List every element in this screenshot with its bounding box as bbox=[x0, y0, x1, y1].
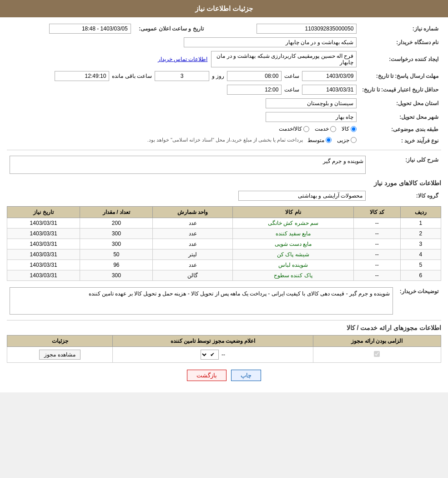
cell-row: 4 bbox=[400, 249, 441, 260]
category-radio-kala[interactable] bbox=[351, 126, 357, 132]
table-row: 6--پاک کننده سطوحگالن3001403/03/31 bbox=[7, 270, 441, 281]
product-group-table: گروه کالا: محصولات آرایشی و بهداشتی bbox=[7, 189, 441, 203]
col-name: نام کالا bbox=[232, 207, 353, 218]
buyer-org-field: شبکه بهداشت و در مان چابهار bbox=[184, 37, 357, 47]
category-option-khedmat[interactable]: خدمت bbox=[315, 126, 336, 132]
cell-unit: عدد bbox=[153, 229, 232, 239]
category-label: طبقه بندی موضوعی: bbox=[359, 124, 441, 135]
need-number-row: شماره نیاز: 1103092835000050 تاریخ و ساع… bbox=[7, 22, 441, 36]
permit-status-cell: -- ✔ bbox=[113, 347, 313, 363]
permit-col-status: اعلام وضعیت مجوز توسط تامین کننده bbox=[113, 336, 313, 347]
cell-name: شیشه پاک کن bbox=[232, 249, 353, 260]
buyer-org-value: شبکه بهداشت و در مان چابهار bbox=[7, 36, 359, 49]
process-options: جزیی متوسط پرداخت تمام یا بخشی از مبلغ خ… bbox=[7, 135, 359, 147]
cell-row: 5 bbox=[400, 260, 441, 270]
permit-status-select[interactable]: ✔ bbox=[201, 350, 219, 360]
city-label: شهر محل تحویل: bbox=[359, 110, 441, 124]
col-row: ردیف bbox=[400, 207, 441, 218]
cell-row: 6 bbox=[400, 270, 441, 281]
table-row: 4--شیشه پاک کنلیتر501403/03/31 bbox=[7, 249, 441, 260]
category-radio-khedmat[interactable] bbox=[330, 126, 336, 132]
send-deadline-days-field: 3 bbox=[155, 71, 209, 81]
price-deadline-label: حداقل تاریخ اعتبار قیمت: تا تاریخ: bbox=[359, 83, 441, 97]
send-deadline-label: مهلت ارسال پاسخ: تا تاریخ: bbox=[359, 69, 441, 83]
back-button[interactable]: بازگشت bbox=[187, 370, 227, 381]
cell-unit: گالن bbox=[153, 270, 232, 281]
city-value: چاه بهار bbox=[7, 110, 359, 124]
main-content: شماره نیاز: 1103092835000050 تاریخ و ساع… bbox=[0, 17, 448, 392]
permit-details-cell: مشاهده مجوز bbox=[7, 347, 113, 363]
city-field: چاه بهار bbox=[266, 112, 357, 122]
page-title: جزئیات اطلاعات نیاز bbox=[195, 5, 253, 12]
process-radio-jozi[interactable] bbox=[351, 137, 357, 143]
process-row: نوع فرآیند خرید : جزیی متوسط پرداخت تمام… bbox=[7, 135, 441, 147]
items-table: ردیف کد کالا نام کالا واحد شمارش تعداد /… bbox=[7, 206, 441, 281]
items-section-title: اطلاعات کالاهای مورد نیاز bbox=[7, 179, 441, 187]
col-unit: واحد شمارش bbox=[153, 207, 232, 218]
price-deadline-row: حداقل تاریخ اعتبار قیمت: تا تاریخ: 1403/… bbox=[7, 83, 441, 97]
items-table-head: ردیف کد کالا نام کالا واحد شمارش تعداد /… bbox=[7, 207, 441, 218]
cell-name: پاک کننده سطوح bbox=[232, 270, 353, 281]
need-number-field: 1103092835000050 bbox=[257, 24, 357, 34]
process-option-motavasset[interactable]: متوسط bbox=[307, 137, 332, 143]
items-table-header-row: ردیف کد کالا نام کالا واحد شمارش تعداد /… bbox=[7, 207, 441, 218]
province-row: استان محل تحویل: سیستان و بلوچستان bbox=[7, 97, 441, 110]
province-field: سیستان و بلوچستان bbox=[266, 98, 357, 108]
col-code: کد کالا bbox=[354, 207, 401, 218]
category-radio-both[interactable] bbox=[303, 126, 309, 132]
table-row: 2--مایع سفید کنندهعدد3001403/03/31 bbox=[7, 229, 441, 239]
process-radio-motavasset[interactable] bbox=[326, 137, 332, 143]
items-table-body: 1--سم حشره کش خانگیعدد2001403/03/312--ما… bbox=[7, 218, 441, 281]
cell-qty: 300 bbox=[80, 239, 153, 249]
permit-row: -- ✔ مشاهده مجوز bbox=[7, 347, 441, 363]
print-button[interactable]: چاپ bbox=[231, 370, 261, 381]
divider-2 bbox=[7, 320, 441, 320]
cell-code: -- bbox=[354, 249, 401, 260]
permit-status-value: -- bbox=[221, 351, 225, 358]
cell-code: -- bbox=[354, 239, 401, 249]
table-row: 3--مایع دست شوییعدد3001403/03/31 bbox=[7, 239, 441, 249]
permit-required-cell bbox=[313, 347, 441, 363]
category-option-both[interactable]: کالا/خدمت bbox=[279, 126, 309, 132]
province-label: استان محل تحویل: bbox=[359, 97, 441, 110]
cell-qty: 200 bbox=[80, 218, 153, 229]
permit-col-details: جزئیات bbox=[7, 336, 113, 347]
announce-date-label: تاریخ و ساعت اعلان عمومی: bbox=[134, 22, 206, 36]
product-group-row: گروه کالا: محصولات آرایشی و بهداشتی bbox=[7, 189, 441, 203]
cell-code: -- bbox=[354, 270, 401, 281]
price-deadline-date-field: 1403/03/31 bbox=[302, 85, 357, 95]
page-wrapper: جزئیات اطلاعات نیاز شماره نیاز: 11030928… bbox=[0, 0, 448, 392]
buyer-desc-table: توضیحات خریدار: شوینده و جرم گیر - قیمت … bbox=[7, 285, 441, 316]
process-label: نوع فرآیند خرید : bbox=[359, 135, 441, 147]
cell-qty: 50 bbox=[80, 249, 153, 260]
cell-date: 1403/03/31 bbox=[7, 229, 80, 239]
view-permit-button[interactable]: مشاهده مجوز bbox=[39, 350, 80, 360]
category-options: کالا خدمت کالا/خدمت bbox=[7, 124, 359, 135]
cell-name: مایع دست شویی bbox=[232, 239, 353, 249]
send-deadline-date-field: 1403/03/09 bbox=[302, 71, 357, 81]
cell-code: -- bbox=[354, 218, 401, 229]
cell-row: 2 bbox=[400, 229, 441, 239]
time-label: ساعت bbox=[284, 73, 299, 79]
price-deadline-time-field: 12:00 bbox=[227, 85, 282, 95]
buyer-org-label: نام دستگاه خریدار: bbox=[359, 36, 441, 49]
send-deadline-row: مهلت ارسال پاسخ: تا تاریخ: 1403/03/09 سا… bbox=[7, 69, 441, 83]
cell-date: 1403/03/31 bbox=[7, 239, 80, 249]
process-option-jozi[interactable]: جزیی bbox=[337, 137, 357, 143]
category-radio-group: کالا خدمت کالا/خدمت bbox=[279, 126, 357, 132]
need-desc-table: شرح کلی نیاز: شوینده و جرم گیر bbox=[7, 154, 441, 176]
cell-name: سم حشره کش خانگی bbox=[232, 218, 353, 229]
page-header: جزئیات اطلاعات نیاز bbox=[0, 0, 448, 17]
buyer-org-row: نام دستگاه خریدار: شبکه بهداشت و در مان … bbox=[7, 36, 441, 49]
process-radio-group: جزیی متوسط bbox=[307, 137, 357, 143]
permit-col-required: الزامی بودن ارائه مجوز bbox=[313, 336, 441, 347]
days-label: روز و bbox=[212, 73, 224, 79]
category-option-kala[interactable]: کالا bbox=[342, 126, 357, 132]
permit-table: الزامی بودن ارائه مجوز اعلام وضعیت مجوز … bbox=[7, 335, 441, 363]
creator-contact-link[interactable]: اطلاعات تماس خریدار bbox=[158, 56, 208, 62]
bottom-buttons: چاپ بازگشت bbox=[7, 363, 441, 388]
table-row: 5--شوینده لباسعدد961403/03/31 bbox=[7, 260, 441, 270]
table-row: 1--سم حشره کش خانگیعدد2001403/03/31 bbox=[7, 218, 441, 229]
announce-date-value: 1403/03/05 - 18:48 bbox=[7, 22, 134, 36]
category-row: طبقه بندی موضوعی: کالا خدمت کالا/خدمت bbox=[7, 124, 441, 135]
